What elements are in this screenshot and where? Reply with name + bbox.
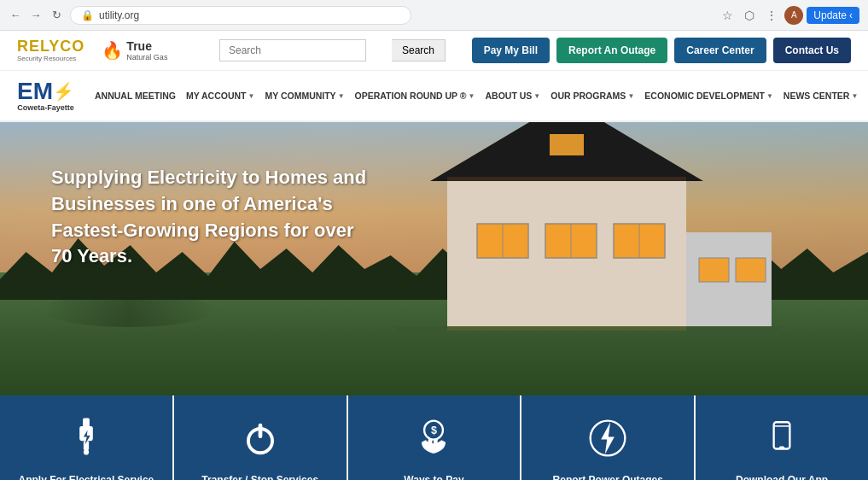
main-navigation: EM ⚡ Coweta-Fayette ANNUAL MEETING MY AC… <box>0 71 868 122</box>
svg-rect-12 <box>736 258 766 282</box>
emo-logo-text: EM <box>17 79 53 103</box>
search-input[interactable] <box>219 39 366 61</box>
card-download-app[interactable]: Download Our App <box>696 395 868 480</box>
bottom-cards: Apply For Electrical Service Transfer / … <box>0 395 868 480</box>
avatar: A <box>784 6 803 25</box>
settings-icon[interactable]: ⋮ <box>762 6 781 25</box>
nav-annual-meeting[interactable]: ANNUAL MEETING <box>91 87 179 104</box>
card-report-label: Report Power Outages <box>553 474 663 480</box>
card-transfer-stop[interactable]: Transfer / Stop Services <box>174 395 348 480</box>
phone-icon <box>756 413 807 464</box>
emo-logo: EM ⚡ Coweta-Fayette <box>17 79 74 112</box>
nav-outage-safety[interactable]: OUTAGE SAFETY ▼ <box>865 87 868 104</box>
forward-button[interactable]: → <box>29 9 43 22</box>
hero-house <box>396 122 737 313</box>
card-apply-electrical[interactable]: Apply For Electrical Service <box>0 395 174 480</box>
relyco-logo: RELYCO Security Resources <box>17 38 84 63</box>
card-transfer-label: Transfer / Stop Services <box>201 474 318 480</box>
relyco-sub: Security Resources <box>17 56 84 63</box>
flame-icon: 🔥 <box>102 40 123 61</box>
true-sub: Natural Gas <box>126 53 167 61</box>
extension-icon[interactable]: ⬡ <box>740 6 759 25</box>
hand-coin-icon: $ <box>408 413 459 464</box>
browser-chrome: ← → ↻ 🔒 utility.org ☆ ⬡ ⋮ A Update ‹ <box>0 0 868 31</box>
card-ways-to-pay[interactable]: $ Ways to Pay <box>348 395 522 480</box>
svg-rect-24 <box>428 438 433 445</box>
true-logo: 🔥 True Natural Gas <box>102 39 167 61</box>
emo-lightning-icon: ⚡ <box>53 81 74 102</box>
svg-rect-3 <box>550 134 584 155</box>
card-report-outages[interactable]: Report Power Outages <box>521 395 696 480</box>
nav-operation-round-up[interactable]: OPERATION ROUND UP ® ▼ <box>352 87 479 104</box>
svg-rect-11 <box>699 258 729 282</box>
plug-icon <box>61 413 112 464</box>
search-group: Search <box>194 39 446 61</box>
update-button[interactable]: Update ‹ <box>807 7 859 24</box>
svg-rect-29 <box>779 446 784 448</box>
partner-bar: RELYCO Security Resources 🔥 True Natural… <box>0 31 868 71</box>
browser-toolbar: ☆ ⬡ ⋮ A Update ‹ <box>718 6 859 25</box>
svg-point-18 <box>84 449 89 454</box>
hero-headline: Supplying Electricity to Homes and Busin… <box>51 165 376 270</box>
contact-us-button[interactable]: Contact Us <box>773 38 851 63</box>
svg-text:$: $ <box>431 424 437 436</box>
emo-logo-sub: Coweta-Fayette <box>17 103 74 112</box>
nav-items: ANNUAL MEETING MY ACCOUNT ▼ MY COMMUNITY… <box>91 87 868 104</box>
pay-bill-button[interactable]: Pay My Bill <box>472 38 550 63</box>
card-apply-label: Apply For Electrical Service <box>19 474 154 480</box>
search-button[interactable]: Search <box>392 39 446 61</box>
url-text: utility.org <box>99 9 139 21</box>
address-bar: 🔒 utility.org <box>70 6 411 25</box>
nav-news-center[interactable]: NEWS CENTER ▼ <box>780 87 862 104</box>
nav-my-account[interactable]: MY ACCOUNT ▼ <box>183 87 259 104</box>
lock-icon: 🔒 <box>81 9 94 21</box>
career-center-button[interactable]: Career Center <box>674 38 766 63</box>
card-ways-to-pay-label: Ways to Pay <box>404 474 463 480</box>
partner-logos: RELYCO Security Resources 🔥 True Natural… <box>17 38 167 63</box>
hero-section: Supplying Electricity to Homes and Busin… <box>0 122 868 395</box>
star-icon[interactable]: ☆ <box>718 6 737 25</box>
nav-our-programs[interactable]: OUR PROGRAMS ▼ <box>547 87 638 104</box>
top-buttons: Pay My Bill Report An Outage Career Cent… <box>472 38 851 63</box>
nav-about-us[interactable]: ABOUT US ▼ <box>482 87 545 104</box>
true-name: True <box>126 39 167 53</box>
power-icon <box>235 413 286 464</box>
svg-rect-14 <box>447 177 686 331</box>
reload-button[interactable]: ↻ <box>50 9 63 22</box>
back-button[interactable]: ← <box>9 9 22 22</box>
relyco-name: RELYCO <box>17 38 84 56</box>
nav-my-community[interactable]: MY COMMUNITY ▼ <box>261 87 347 104</box>
card-download-label: Download Our App <box>736 474 828 480</box>
svg-marker-27 <box>601 422 615 454</box>
report-outage-button[interactable]: Report An Outage <box>556 38 667 63</box>
svg-rect-25 <box>434 438 438 445</box>
nav-economic-development[interactable]: ECONOMIC DEVELOPMENT ▼ <box>641 87 777 104</box>
lightning-icon <box>582 413 633 464</box>
hero-text: Supplying Electricity to Homes and Busin… <box>51 165 376 270</box>
svg-rect-21 <box>258 424 262 438</box>
